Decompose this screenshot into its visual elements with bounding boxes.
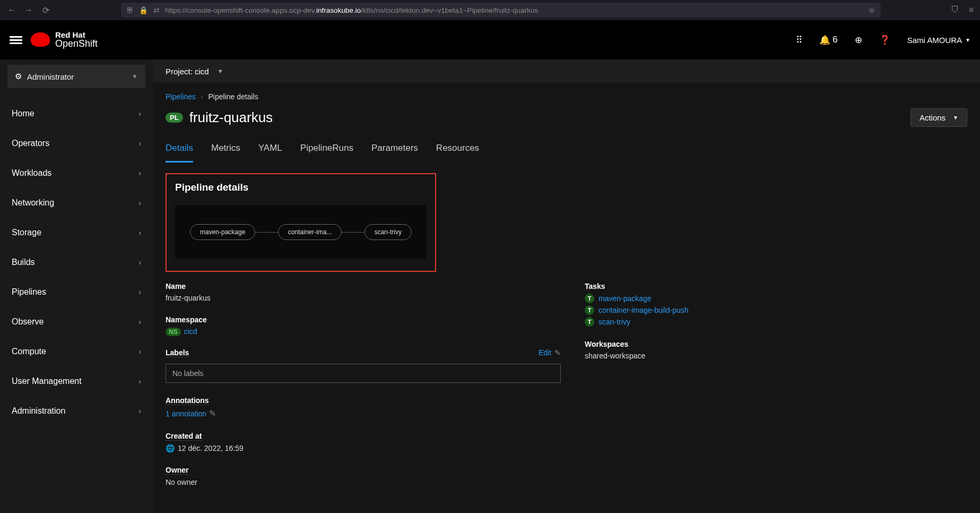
hamburger-button[interactable] bbox=[10, 33, 22, 46]
lock-icon: 🔒 bbox=[139, 6, 148, 14]
breadcrumb-current: Pipeline details bbox=[209, 92, 258, 101]
ns-badge: NS bbox=[166, 328, 181, 336]
sidebar-item-operators[interactable]: Operators› bbox=[0, 129, 153, 158]
tab-pipelineruns[interactable]: PipelineRuns bbox=[300, 139, 353, 163]
sidebar-item-label: Home bbox=[12, 109, 34, 118]
sidebar-item-label: Administration bbox=[12, 406, 65, 416]
tab-resources[interactable]: Resources bbox=[436, 139, 479, 163]
sidebar-item-observe[interactable]: Observe› bbox=[0, 307, 153, 337]
chevron-right-icon: › bbox=[138, 139, 141, 148]
sidebar: ⚙ Administrator ▼ Home›Operators›Workloa… bbox=[0, 59, 153, 513]
apps-icon[interactable]: ⠿ bbox=[796, 35, 802, 46]
redhat-icon bbox=[31, 32, 50, 47]
perspective-switcher[interactable]: ⚙ Administrator ▼ bbox=[7, 65, 145, 88]
menu-icon[interactable]: ≡ bbox=[969, 5, 974, 15]
task-link[interactable]: maven-package bbox=[599, 294, 652, 303]
sidebar-item-builds[interactable]: Builds› bbox=[0, 247, 153, 277]
tab-yaml[interactable]: YAML bbox=[258, 139, 282, 163]
help-button[interactable]: ❓ bbox=[879, 35, 890, 46]
url-bar[interactable]: ⛨ 🔒 ⇄ https://console-openshift-console.… bbox=[121, 3, 881, 18]
title-row: PL fruitz-quarkus Actions ▼ bbox=[166, 108, 967, 127]
perspective-label: Administrator bbox=[27, 72, 126, 81]
sidebar-item-storage[interactable]: Storage› bbox=[0, 218, 153, 247]
chevron-right-icon: › bbox=[138, 228, 141, 237]
url-path: /k8s/ns/cicd/tekton.dev~v1beta1~Pipeline… bbox=[361, 6, 538, 14]
sidebar-item-pipelines[interactable]: Pipelines› bbox=[0, 277, 153, 307]
task-badge: T bbox=[585, 305, 594, 315]
tabs: DetailsMetricsYAMLPipelineRunsParameters… bbox=[166, 139, 967, 163]
forward-button[interactable]: → bbox=[23, 5, 34, 15]
url-text: https://console-openshift-console.apps.o… bbox=[165, 6, 863, 14]
created-label: Created at bbox=[166, 432, 202, 441]
back-button[interactable]: ← bbox=[6, 5, 17, 15]
globe-icon: 🌐 bbox=[166, 444, 175, 452]
chevron-down-icon: ▼ bbox=[132, 73, 138, 80]
created-text: 12 déc. 2022, 16:59 bbox=[178, 444, 244, 452]
chevron-down-icon: ▼ bbox=[218, 68, 223, 74]
labels-label: Labels bbox=[166, 348, 189, 357]
sidebar-item-label: User Management bbox=[12, 377, 82, 386]
namespace-link[interactable]: cicd bbox=[184, 327, 197, 336]
field-name: Name fruitz-quarkus bbox=[166, 281, 563, 302]
shield-icon: ⛨ bbox=[126, 6, 134, 14]
browser-right: ⛉ ≡ bbox=[951, 5, 974, 15]
tab-details[interactable]: Details bbox=[166, 139, 193, 163]
sidebar-item-networking[interactable]: Networking› bbox=[0, 188, 153, 218]
sidebar-item-label: Operators bbox=[12, 139, 49, 148]
tasks-label: Tasks bbox=[585, 282, 605, 290]
pocket-icon[interactable]: ⛉ bbox=[951, 5, 959, 15]
brand[interactable]: Red Hat OpenShift bbox=[31, 31, 98, 49]
layout: ⚙ Administrator ▼ Home›Operators›Workloa… bbox=[0, 59, 980, 513]
actions-label: Actions bbox=[920, 113, 946, 122]
sidebar-item-label: Workloads bbox=[12, 168, 51, 178]
field-owner: Owner No owner bbox=[166, 465, 563, 486]
chevron-right-icon: › bbox=[138, 109, 141, 118]
actions-dropdown[interactable]: Actions ▼ bbox=[910, 108, 967, 127]
annotations-link[interactable]: 1 annotation bbox=[166, 409, 206, 418]
task-node[interactable]: maven-package bbox=[190, 224, 255, 240]
sidebar-item-administration[interactable]: Administration› bbox=[0, 396, 153, 426]
pencil-icon[interactable]: ✎ bbox=[209, 409, 216, 418]
browser-nav: ← → ⟳ bbox=[6, 5, 51, 15]
brand-line1: Red Hat bbox=[55, 31, 98, 39]
chevron-right-icon: › bbox=[138, 169, 141, 177]
add-button[interactable]: ⊕ bbox=[855, 35, 862, 46]
sidebar-item-home[interactable]: Home› bbox=[0, 99, 153, 129]
user-menu[interactable]: Sami AMOURA ▼ bbox=[907, 36, 970, 45]
details-columns: Name fruitz-quarkus Namespace NScicd Lab… bbox=[166, 281, 967, 499]
notifications-button[interactable]: 🔔 6 bbox=[819, 35, 837, 46]
chevron-down-icon: ▼ bbox=[965, 37, 970, 43]
field-namespace: Namespace NScicd bbox=[166, 315, 563, 336]
task-link[interactable]: scan-trivy bbox=[599, 318, 630, 326]
project-selector[interactable]: Project: cicd ▼ bbox=[153, 59, 980, 83]
bookmark-icon[interactable]: ☆ bbox=[869, 6, 875, 14]
user-name: Sami AMOURA bbox=[907, 36, 962, 45]
workspaces-label: Workspaces bbox=[585, 340, 628, 348]
chevron-right-icon: › bbox=[138, 407, 141, 415]
reload-button[interactable]: ⟳ bbox=[40, 5, 51, 15]
task-node[interactable]: scan-trivy bbox=[365, 224, 412, 240]
breadcrumb-link[interactable]: Pipelines bbox=[166, 92, 196, 101]
task-node[interactable]: container-ima... bbox=[278, 224, 342, 240]
sidebar-item-compute[interactable]: Compute› bbox=[0, 337, 153, 366]
sidebar-item-workloads[interactable]: Workloads› bbox=[0, 158, 153, 188]
sidebar-nav: Home›Operators›Workloads›Networking›Stor… bbox=[0, 92, 153, 426]
task-row: Tmaven-package bbox=[585, 294, 967, 303]
edit-labels-button[interactable]: Edit ✎ bbox=[539, 348, 561, 357]
task-link[interactable]: container-image-build-push bbox=[599, 306, 689, 314]
browser-toolbar: ← → ⟳ ⛨ 🔒 ⇄ https://console-openshift-co… bbox=[0, 0, 980, 20]
chevron-right-icon: › bbox=[138, 377, 141, 386]
owner-label: Owner bbox=[166, 466, 189, 475]
edit-label: Edit bbox=[539, 348, 551, 357]
sidebar-item-label: Networking bbox=[12, 198, 54, 208]
task-connector bbox=[255, 232, 277, 233]
tab-metrics[interactable]: Metrics bbox=[211, 139, 240, 163]
sidebar-item-user-management[interactable]: User Management› bbox=[0, 366, 153, 396]
namespace-label: Namespace bbox=[166, 315, 207, 324]
workspaces-value: shared-workspace bbox=[585, 352, 967, 360]
tasks-list: Tmaven-packageTcontainer-image-build-pus… bbox=[585, 294, 967, 327]
tab-parameters[interactable]: Parameters bbox=[371, 139, 418, 163]
breadcrumb: Pipelines › Pipeline details bbox=[166, 92, 967, 101]
sidebar-item-label: Builds bbox=[12, 258, 35, 267]
sidebar-item-label: Storage bbox=[12, 228, 41, 237]
